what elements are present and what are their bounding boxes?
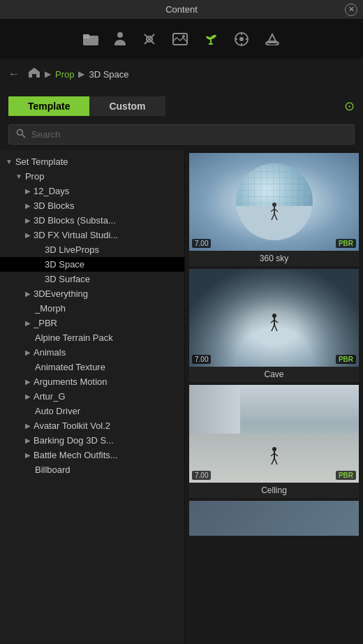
preview-panel: 7.00 PBR 360 sky 7.00 PBR Cave [185,150,363,643]
figure-cave [269,313,279,337]
preview-image-partial [189,501,359,536]
preview-card-partial[interactable] [189,501,359,536]
tree-item-battlemech[interactable]: ▶Battle Mech Outfits... [0,448,184,462]
preview-price-sky: 7.00 [192,239,211,248]
svg-line-35 [272,458,274,464]
tree-arrow-3dblocks-sub: ▶ [25,217,31,224]
tree-arrow-set-template: ▼ [6,158,13,166]
svg-line-23 [272,214,274,220]
tree-item-avatar[interactable]: ▶Avatar Toolkit Vol.2 [0,418,184,433]
search-icon [16,129,26,140]
search-row [0,119,363,150]
tree-item-morph[interactable]: _Morph [0,301,184,316]
preview-label-sky: 360 sky [189,251,359,266]
figure-sky [269,202,279,225]
person-icon[interactable] [114,31,126,47]
home-icon[interactable] [28,67,40,81]
movie-icon[interactable] [234,31,249,47]
tree-item-3dblocks[interactable]: ▶3D Blocks [0,198,184,213]
breadcrumb-prop[interactable]: Prop [55,69,74,80]
tab-template[interactable]: Template [8,96,89,116]
tabs-row: Template Custom ⊙ [0,89,363,119]
tree-item-animals[interactable]: ▶Animals [0,345,184,360]
tree-item-12days[interactable]: ▶12_Days [0,184,184,198]
tree-item-animated[interactable]: Animated Texture [0,360,184,374]
tree-label-barking: Barking Dog 3D S... [34,435,114,446]
tree-arrow-animals: ▶ [25,349,31,356]
svg-point-17 [17,130,23,136]
preview-label-cave: Cave [189,367,359,382]
tree-item-alpine[interactable]: Alpine Terrain Pack [0,330,184,345]
tree-arrow-pbr: ▶ [25,319,31,327]
tree-item-autodriver[interactable]: Auto Driver [0,404,184,418]
breadcrumb-sep2: ▶ [78,69,84,79]
svg-line-36 [274,458,277,464]
tree-item-set-template[interactable]: ▼Set Template [0,154,184,169]
svg-point-3 [117,32,123,38]
preview-card-cave[interactable]: 7.00 PBR Cave [189,269,359,382]
tree-label-alpine: Alpine Terrain Pack [35,332,113,343]
svg-point-31 [272,447,276,451]
tree-item-arguments[interactable]: ▶Arguments Motion [0,374,184,389]
tree-item-3deverything[interactable]: ▶3DEverything [0,286,184,301]
tree-item-pbr[interactable]: ▶_PBR [0,316,184,330]
tree-label-3dblocks: 3D Blocks [34,200,75,211]
preview-badge-sky: PBR [336,239,356,248]
tree-label-arguments: Arguments Motion [34,376,108,387]
preview-card-360sky[interactable]: 7.00 PBR 360 sky [189,153,359,266]
breadcrumb: ← ▶ Prop ▶ 3D Space [0,59,363,89]
close-button[interactable]: ✕ [345,3,357,16]
tree-item-billboard[interactable]: Billboard [0,462,184,477]
tree-label-3deverything: 3DEverything [34,288,88,299]
preview-card-celling[interactable]: 7.00 PBR Celling [189,385,359,498]
tree-label-morph: _Morph [35,303,66,314]
tree-label-prop: Prop [25,171,44,182]
tree-label-3dsurface: 3D Surface [45,274,90,284]
tree-panel: ▼Set Template▼Prop▶12_Days▶3D Blocks▶3D … [0,150,185,643]
hat-icon[interactable] [265,33,280,45]
tree-label-billboard: Billboard [35,464,71,475]
preview-badge-cave: PBR [336,355,356,364]
tree-label-animals: Animals [34,347,66,358]
tree-item-3dspace[interactable]: 3D Space [0,257,184,272]
tree-item-3dsurface[interactable]: 3D Surface [0,272,184,286]
svg-point-8 [182,35,185,38]
tree-arrow-3deverything: ▶ [25,290,31,298]
tree-arrow-prop: ▼ [15,173,22,180]
preview-price-cave: 7.00 [192,355,211,364]
svg-point-25 [272,314,276,318]
figure-ceil [269,446,279,470]
plant-icon[interactable] [203,31,218,47]
title-bar: Content ✕ [0,0,363,20]
svg-point-19 [272,203,276,207]
tab-custom[interactable]: Custom [89,96,165,116]
tree-item-artur[interactable]: ▶Artur_G [0,389,184,404]
tree-item-3dblocks-sub[interactable]: ▶3D Blocks (Substa... [0,213,184,228]
tree-item-3dfx[interactable]: ▶3D FX Virtual Studi... [0,228,184,242]
preview-image-cave: 7.00 PBR [189,269,359,367]
svg-line-30 [274,325,277,331]
tree-item-3dliveprops[interactable]: 3D LiveProps [0,242,184,257]
tree-label-autodriver: Auto Driver [35,406,80,416]
preview-badge-ceil: PBR [336,471,356,480]
motion-icon[interactable] [142,31,157,47]
scene-icon[interactable] [172,33,188,45]
svg-point-11 [239,37,244,41]
tree-item-prop[interactable]: ▼Prop [0,169,184,184]
search-input[interactable] [31,129,347,140]
window-title: Content [165,4,198,15]
folder-icon[interactable] [83,33,98,45]
tree-label-battlemech: Battle Mech Outfits... [34,450,118,460]
preview-image-ceil: 7.00 PBR [189,385,359,483]
tree-label-set-template: Set Template [15,156,68,167]
tab-chevron-icon[interactable]: ⊙ [344,98,355,114]
tree-item-barking[interactable]: ▶Barking Dog 3D S... [0,433,184,448]
svg-rect-2 [83,34,89,37]
svg-line-29 [272,325,274,331]
tree-label-artur: Artur_G [34,391,66,402]
back-button[interactable]: ← [8,68,20,80]
main-content: ▼Set Template▼Prop▶12_Days▶3D Blocks▶3D … [0,150,363,643]
tree-arrow-artur: ▶ [25,393,31,400]
tree-label-3dfx: 3D FX Virtual Studi... [34,230,118,240]
svg-line-18 [22,135,25,138]
